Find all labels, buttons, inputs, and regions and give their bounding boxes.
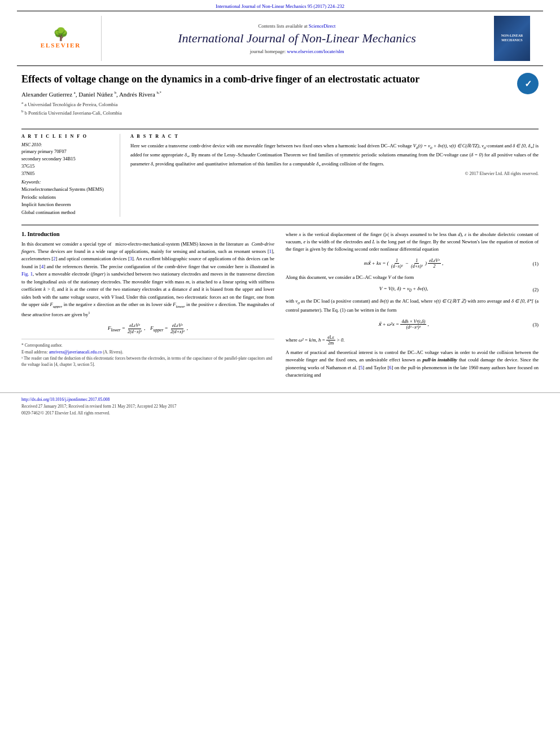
journal-thumb-box: NON-LINEARMECHANICS [494,16,530,61]
forces-equation-block: Flower = eLεV² 2(d−x)² , Fupper = eLεV² … [21,323,274,334]
elsevier-logo: 🌳 ELSEVIER [30,24,92,53]
author-rivera: Andrés Rivera b,* [119,91,161,98]
sciencedirect-link[interactable]: ScienceDirect [309,23,336,29]
keyword-global: Global continuation method [21,209,113,217]
article-info-abstract-section: A R T I C L E I N F O MSC 2010: primary … [21,129,539,216]
abstract-column: A B S T R A C T Here we consider a trans… [130,134,539,216]
equation-3: ẍ + ω²x = 4dh × V²(t,δ) (d²−x²)² , [286,319,522,330]
affiliations: a a Universidad Tecnológica de Pereira, … [21,100,510,116]
right-para-1: where x is the vertical displacement of … [286,231,539,254]
article-info-column: A R T I C L E I N F O MSC 2010: primary … [21,134,120,216]
equation-1: mẍ + kx = ( 1 (d−x)² − 1 (d+x)² ) [286,258,522,269]
crossmark-icon: ✓ [524,78,532,89]
keyword-periodic: Periodic solutions [21,194,113,202]
authors: Alexander Gutierrez a, Daniel Núñez b, A… [21,90,510,98]
affil-a: a a Universidad Tecnológica de Pereira, … [21,100,510,108]
crossmark-badge: ✓ [517,73,539,94]
article-content: Effects of voltage change on the dynamic… [0,66,560,382]
email-link[interactable]: amrivera@javerianacali.edu.co [49,350,102,355]
equation-3-block: ẍ + ω²x = 4dh × V²(t,δ) (d²−x²)² , (3) [286,319,539,330]
body-right-column: where x is the vertical displacement of … [286,231,539,382]
footnote-star: * Corresponding author. E-mail address: … [21,342,274,355]
article-info-label: A R T I C L E I N F O [21,134,113,139]
journal-thumb-text: NON-LINEARMECHANICS [501,34,523,43]
keyword-implicit: Implicit function theorem [21,201,113,209]
msc-year-label: MSC 2010: [21,142,113,147]
author-gutierrez: Alexander Gutierrez a, [21,91,78,98]
article-title: Effects of voltage change on the dynamic… [21,73,510,86]
journal-header: 🌳 ELSEVIER Contents lists available at S… [17,11,543,66]
eq-number-1: (1) [522,261,539,267]
abstract-label: A B S T R A C T [130,134,539,139]
issn-line: 0020-7462/© 2017 Elsevier Ltd. All right… [21,410,539,417]
journal-title-main: International Journal of Non-Linear Mech… [110,31,484,46]
article-title-section: Effects of voltage change on the dynamic… [21,73,539,124]
journal-thumbnail: NON-LINEARMECHANICS [492,16,532,61]
journal-title-area: Contents lists available at ScienceDirec… [110,16,484,61]
footnote-1: ¹ The reader can find the deduction of t… [21,355,274,368]
msc-code2: 37N05 [21,171,113,176]
keywords-label: Keywords: [21,180,113,185]
msc-code1: 37G15 [21,163,113,169]
eq-number-3: (3) [522,322,539,327]
received-line: Received 27 January 2017; Received in re… [21,403,539,410]
equation-2-block: V = V(t, δ) = v0 + δv(t), (2) [286,286,539,293]
journal-reference-bar: International Journal of Non-Linear Mech… [0,0,560,11]
right-para-4: where ω² = k/m, h = eLε 2m > 0. [286,335,539,346]
right-para-2: Along this document, we consider a DC–AC… [286,274,539,281]
doi-line: http://dx.doi.org/10.1016/j.ijnonlinmec.… [21,396,539,403]
bottom-bar: http://dx.doi.org/10.1016/j.ijnonlinmec.… [0,392,560,421]
keyword-mems: Microelectromechanical Systems (MEMS) [21,186,113,194]
copyright-line: © 2017 Elsevier Ltd. All rights reserved… [130,171,539,176]
doi-link[interactable]: http://dx.doi.org/10.1016/j.ijnonlinmec.… [21,397,110,402]
right-para-3: with v0 as the DC load (a positive const… [286,298,539,314]
journal-reference-text: International Journal of Non-Linear Mech… [216,3,344,9]
equation-1-block: mẍ + kx = ( 1 (d−x)² − 1 (d+x)² ) [286,258,539,269]
body-left-column: 1. Introduction In this document we cons… [21,231,274,382]
equation-2: V = V(t, δ) = v0 + δv(t), [286,286,522,293]
forces-equation: Flower = eLεV² 2(d−x)² , Fupper = eLεV² … [21,323,274,334]
affil-b: b b Pontificia Universidad Javeriana-Cal… [21,108,510,117]
eq-number-2: (2) [522,287,539,292]
elsevier-logo-box: 🌳 ELSEVIER [28,16,102,61]
intro-paragraph-1: In this document we consider a special t… [21,241,274,318]
msc-primary: primary primary 70F07 [21,148,113,154]
body-section: 1. Introduction In this document we cons… [21,225,539,382]
abstract-text: Here we consider a transverse comb-drive… [130,142,539,169]
journal-homepage-link[interactable]: www.elsevier.com/locate/nlm [287,49,344,54]
right-para-5: A matter of practical and theoretical in… [286,349,539,379]
section1-title: 1. Introduction [21,231,274,237]
contents-available: Contents lists available at ScienceDirec… [110,23,484,29]
article-title-text: Effects of voltage change on the dynamic… [21,73,510,122]
elsevier-tree-icon: 🌳 [53,28,68,41]
page-wrapper: International Journal of Non-Linear Mech… [0,0,560,747]
journal-homepage: journal homepage: www.elsevier.com/locat… [110,49,484,54]
author-nunez: Daniel Núñez b, [78,91,119,98]
footnote-area: * Corresponding author. E-mail address: … [21,339,274,368]
elsevier-label: ELSEVIER [41,42,81,49]
msc-secondary: secondary secondary 34B15 [21,156,113,161]
